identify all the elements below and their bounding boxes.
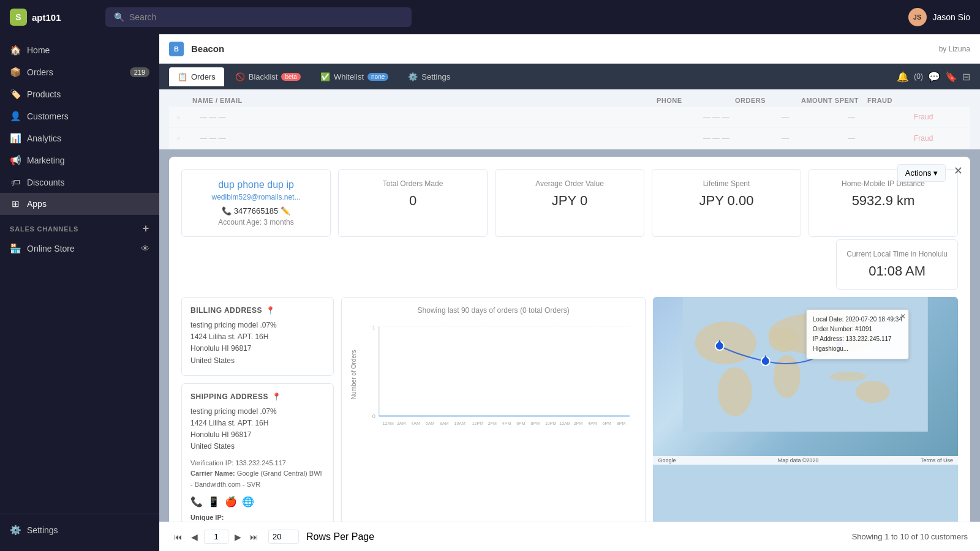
map-tooltip: ✕ Local Date: 2020-07-20 18:49:34 Order … [806, 309, 909, 359]
next-page-button[interactable]: ▶ [232, 530, 244, 544]
sidebar-item-settings[interactable]: ⚙️ Settings [0, 519, 159, 541]
beacon-title: Beacon [191, 43, 224, 54]
tab-blacklist[interactable]: 🚫 Blacklist beta [227, 67, 309, 86]
tab-blacklist-icon: 🚫 [235, 72, 245, 81]
tooltip-ip: IP Address: 133.232.245.117 [813, 334, 902, 344]
billing-line-2: 1424 Liliha st. APT. 16H [190, 331, 325, 343]
showing-text: Showing 1 to 10 of 10 customers [852, 532, 968, 541]
profile-card: dup phone dup ip wedibim529@romails.net.… [181, 169, 331, 237]
carrier-label: Carrier Name: [190, 470, 235, 477]
tab-orders[interactable]: 📋 Orders [169, 67, 224, 86]
close-button[interactable]: ✕ [954, 164, 963, 178]
drawer-backdrop: Actions ▾ ✕ dup phone dup ip wedibim529@… [159, 149, 980, 522]
sidebar-label-analytics: Analytics [27, 133, 61, 143]
svg-text:2PM: 2PM [488, 421, 497, 425]
shipping-address-card: SHIPPING ADDRESS 📍 testing pricing model… [181, 383, 334, 522]
unique-ip: Unique IP: 156.146.34.65: 133.232.245.11… [190, 514, 325, 522]
sidebar-item-analytics[interactable]: 📊 Analytics [0, 127, 159, 149]
rows-per-page-input[interactable] [268, 530, 299, 544]
tab-blacklist-label: Blacklist [249, 72, 278, 81]
sidebar-item-apps[interactable]: ⊞ Apps [0, 193, 159, 215]
sidebar-item-products[interactable]: 🏷️ Products [0, 83, 159, 105]
list-item[interactable]: ○ — — — — — — — — Fraud [169, 107, 970, 128]
beacon-by: by Lizuna [939, 45, 970, 53]
svg-text:10AM: 10AM [454, 421, 466, 425]
notification-bell-icon[interactable]: 🔔 [897, 71, 909, 83]
first-page-button[interactable]: ⏮ [172, 530, 185, 544]
store-icon: 🏪 [10, 243, 21, 254]
svg-text:12PM: 12PM [472, 421, 484, 425]
google-label: Google [658, 457, 676, 463]
svg-text:2AM: 2AM [397, 421, 406, 425]
beacon-logo: B [169, 42, 184, 56]
page-nav: ⏮ ◀ ▶ ⏭ [172, 530, 261, 544]
apps-icon: ⊞ [10, 198, 21, 209]
beacon-header: B Beacon by Lizuna [159, 34, 980, 64]
scroll-container[interactable]: Name / Email Phone Orders Amount Spent F… [159, 89, 980, 522]
prev-page-button[interactable]: ◀ [189, 530, 200, 544]
apple-icon: 🍎 [225, 496, 237, 508]
list-item[interactable]: ○ — — — — — — — — Fraud [169, 128, 970, 149]
shipping-line-2: 1424 Liliha st. APT. 16H [190, 418, 325, 429]
stat-local-time-value: 01:08 AM [846, 263, 948, 279]
tooltip-close[interactable]: ✕ [900, 311, 906, 323]
rows-per-page-label: Rows Per Page [306, 531, 374, 542]
search-icon: 🔍 [114, 12, 124, 22]
stats-row: dup phone dup ip wedibim529@romails.net.… [181, 169, 958, 237]
actions-button[interactable]: Actions ▾ [897, 164, 946, 182]
page-number-input[interactable] [204, 530, 228, 544]
search-bar[interactable]: 🔍 Search [105, 7, 412, 27]
sidebar-item-home[interactable]: 🏠 Home [0, 39, 159, 61]
sales-channels-header: SALES CHANNELS + [0, 215, 159, 238]
tooltip-order: Order Number: #1091 [813, 324, 902, 334]
profile-name: dup phone dup ip [192, 179, 320, 190]
sidebar-label-discounts: Discounts [27, 178, 64, 187]
billing-line-4: United States [190, 355, 325, 367]
add-sales-channel-icon[interactable]: + [143, 222, 149, 235]
tab-settings-icon: ⚙️ [408, 72, 418, 81]
svg-point-31 [830, 372, 867, 381]
map-bg: ✕ Local Date: 2020-07-20 18:49:34 Order … [653, 297, 958, 456]
billing-line-1: testing pricing model .07% [190, 320, 325, 331]
unique-ip-val-1: 156.146.34.65: [190, 521, 325, 522]
sidebar-item-orders[interactable]: 📦 Orders 219 [0, 61, 159, 83]
discounts-icon: 🏷 [10, 177, 21, 187]
chart-title: Showing last 90 days of orders (0 total … [350, 306, 637, 315]
sidebar: 🏠 Home 📦 Orders 219 🏷️ Products 👤 Custom… [0, 34, 159, 551]
brand: S apt101 [10, 9, 96, 26]
icons-row: 📞 📱 🍎 🌐 [190, 496, 325, 508]
svg-point-27 [774, 355, 801, 398]
tabs-bar: 📋 Orders 🚫 Blacklist beta ✅ Whitelist no… [159, 64, 980, 89]
chart-svg: Number of Orders 0 1 12AM 2AM 4AM 6A [350, 320, 637, 430]
last-page-button[interactable]: ⏭ [247, 530, 261, 544]
stat-lifetime-label: Lifetime Spent [662, 179, 791, 188]
shipping-title-text: SHIPPING ADDRESS [190, 392, 268, 401]
svg-point-26 [769, 328, 799, 352]
chat-icon[interactable]: 💬 [928, 71, 940, 83]
profile-phone: 📞 3477665185 ✏️ [192, 206, 320, 216]
expand-icon[interactable]: ⊟ [962, 71, 970, 83]
svg-text:12AM: 12AM [382, 421, 394, 425]
sidebar-label-apps: Apps [27, 199, 47, 209]
sidebar-item-online-store[interactable]: 🏪 Online Store 👁 [0, 238, 159, 260]
eye-icon[interactable]: 👁 [141, 244, 149, 253]
edit-icon[interactable]: ✏️ [281, 206, 290, 216]
bookmark-icon[interactable]: 🔖 [945, 71, 957, 83]
main-layout: 🏠 Home 📦 Orders 219 🏷️ Products 👤 Custom… [0, 34, 980, 551]
svg-text:8PM: 8PM [617, 421, 626, 425]
tab-settings[interactable]: ⚙️ Settings [399, 67, 459, 86]
billing-address-text: testing pricing model .07% 1424 Liliha s… [190, 320, 325, 367]
tab-whitelist[interactable]: ✅ Whitelist none [312, 67, 397, 86]
sidebar-item-marketing[interactable]: 📢 Marketing [0, 149, 159, 171]
tab-orders-label: Orders [191, 72, 216, 81]
location-icon: 📍 [266, 306, 276, 315]
svg-text:4PM: 4PM [588, 421, 597, 425]
stat-total-orders-value: 0 [349, 193, 477, 209]
products-icon: 🏷️ [10, 89, 21, 100]
notification-count: (0) [914, 72, 923, 81]
sidebar-item-customers[interactable]: 👤 Customers [0, 105, 159, 127]
bg-list-header: Name / Email Phone Orders Amount Spent F… [159, 89, 980, 107]
sidebar-item-discounts[interactable]: 🏷 Discounts [0, 171, 159, 193]
tooltip-location: Higashiogu... [813, 344, 902, 354]
stat-local-time: Current Local Time in Honolulu 01:08 AM [836, 239, 958, 290]
